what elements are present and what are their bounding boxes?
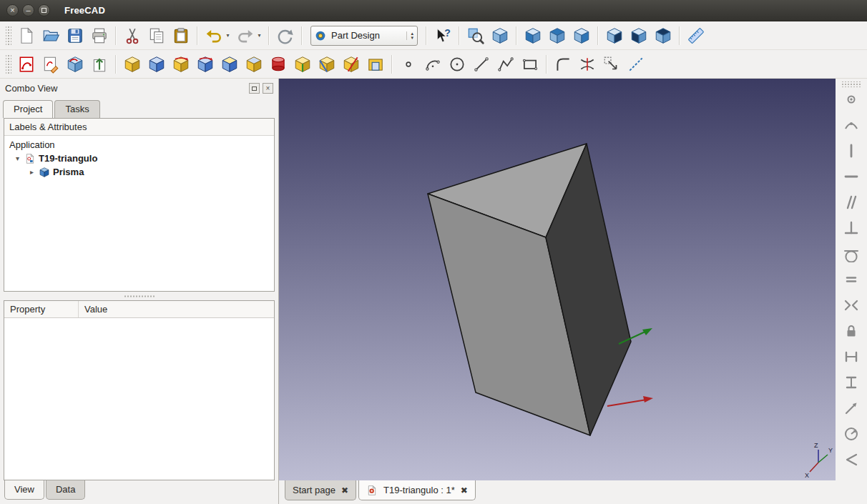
whats-this-icon[interactable]: ? bbox=[431, 24, 455, 47]
toolbar-drag-handle[interactable] bbox=[6, 55, 11, 74]
groove-icon[interactable] bbox=[193, 53, 217, 76]
axonometric-view-icon[interactable] bbox=[488, 24, 512, 47]
redo-history-dropdown[interactable]: ▾ bbox=[255, 32, 263, 39]
save-document-icon[interactable] bbox=[63, 24, 87, 47]
leave-sketch-icon[interactable] bbox=[87, 53, 112, 76]
point-on-object-constraint-icon[interactable] bbox=[839, 114, 863, 136]
edit-sketch-icon[interactable] bbox=[39, 53, 63, 76]
rectangle-icon[interactable] bbox=[518, 53, 542, 76]
horizontal-constraint-icon[interactable] bbox=[839, 166, 863, 187]
tab-start-page[interactable]: Start page ✖ bbox=[285, 480, 356, 500]
vertical-distance-constraint-icon[interactable] bbox=[839, 372, 863, 393]
tab-data[interactable]: Data bbox=[46, 480, 85, 500]
workbench-selector[interactable]: Part Design▴▾ bbox=[310, 26, 418, 46]
titlebar[interactable]: × – FreeCAD bbox=[0, 0, 867, 21]
print-icon[interactable] bbox=[87, 24, 112, 47]
angle-constraint-icon[interactable] bbox=[839, 449, 863, 470]
vertical-constraint-icon[interactable] bbox=[839, 140, 863, 162]
revolution-icon[interactable] bbox=[169, 53, 193, 76]
bottom-view-icon[interactable] bbox=[627, 24, 651, 47]
toolbar-separator bbox=[516, 26, 517, 45]
tree-item-application[interactable]: Application bbox=[4, 138, 274, 152]
copy-icon[interactable] bbox=[144, 24, 169, 47]
redo-icon[interactable] bbox=[233, 24, 258, 47]
undo-icon[interactable] bbox=[202, 24, 226, 47]
value-column-header[interactable]: Value bbox=[79, 301, 274, 317]
paste-icon[interactable] bbox=[169, 24, 193, 47]
tree-item-document[interactable]: ▾ T19-triangulo bbox=[4, 152, 274, 165]
toolbar-drag-handle[interactable] bbox=[6, 26, 11, 45]
horizontal-distance-constraint-icon[interactable] bbox=[839, 346, 863, 367]
fit-all-icon[interactable] bbox=[464, 24, 488, 47]
refresh-icon[interactable] bbox=[273, 24, 298, 47]
coincident-constraint-icon[interactable] bbox=[839, 89, 863, 110]
window-controls: × – bbox=[6, 4, 50, 16]
close-panel-icon[interactable]: × bbox=[263, 83, 273, 94]
symmetric-constraint-icon[interactable] bbox=[839, 295, 863, 316]
close-tab-icon[interactable]: ✖ bbox=[461, 485, 468, 495]
maximize-window-button[interactable] bbox=[38, 4, 50, 16]
tree-body[interactable]: Application ▾ T19-triangulo ▸ Prisma bbox=[4, 136, 274, 291]
viewport-area[interactable]: Z Y X bbox=[279, 79, 836, 480]
trim-edge-icon[interactable] bbox=[575, 53, 599, 76]
close-tab-icon[interactable]: ✖ bbox=[341, 485, 348, 495]
tangent-constraint-icon[interactable] bbox=[839, 243, 863, 265]
minimize-window-button[interactable]: – bbox=[22, 4, 34, 16]
open-document-icon[interactable] bbox=[39, 24, 63, 47]
pocket-icon[interactable] bbox=[144, 53, 169, 76]
map-sketch-icon[interactable] bbox=[63, 53, 87, 76]
toggle-construction-icon[interactable] bbox=[624, 53, 648, 76]
parallel-constraint-icon[interactable] bbox=[839, 192, 863, 213]
close-window-button[interactable]: × bbox=[6, 4, 19, 16]
perpendicular-constraint-icon[interactable] bbox=[839, 217, 863, 239]
panel-splitter[interactable] bbox=[0, 292, 278, 300]
toolbar-separator bbox=[115, 26, 117, 45]
additive-pipe-icon[interactable] bbox=[242, 53, 266, 76]
subtractive-cylinder-icon[interactable] bbox=[266, 53, 290, 76]
property-list[interactable] bbox=[4, 318, 274, 480]
expander-expanded-icon[interactable]: ▾ bbox=[14, 154, 21, 162]
left-view-icon[interactable] bbox=[651, 24, 675, 47]
float-panel-icon[interactable] bbox=[249, 83, 260, 94]
right-view-icon[interactable] bbox=[569, 24, 594, 47]
rear-view-icon[interactable] bbox=[602, 24, 627, 47]
expander-collapsed-icon[interactable]: ▸ bbox=[28, 168, 36, 176]
toolbar-separator bbox=[546, 55, 547, 74]
radius-constraint-icon[interactable] bbox=[839, 423, 863, 445]
new-document-icon[interactable] bbox=[14, 24, 39, 47]
distance-constraint-icon[interactable] bbox=[839, 397, 863, 419]
polyline-icon[interactable] bbox=[494, 53, 518, 76]
circle-icon[interactable] bbox=[445, 53, 469, 76]
measure-distance-icon[interactable] bbox=[684, 24, 708, 47]
axis-label-y: Y bbox=[828, 447, 833, 454]
front-view-icon[interactable] bbox=[521, 24, 545, 47]
undo-history-dropdown[interactable]: ▾ bbox=[224, 32, 232, 39]
toolbar-drag-handle[interactable] bbox=[842, 81, 861, 87]
additive-loft-icon[interactable] bbox=[217, 53, 242, 76]
3d-view[interactable]: Z Y X bbox=[279, 79, 836, 480]
tab-view[interactable]: View bbox=[4, 480, 44, 500]
window-title: FreeCAD bbox=[64, 5, 105, 16]
pad-icon[interactable] bbox=[120, 53, 144, 76]
cut-icon[interactable] bbox=[120, 24, 144, 47]
external-geometry-icon[interactable] bbox=[599, 53, 624, 76]
combo-view-header: Combo View × bbox=[0, 79, 278, 98]
top-view-icon[interactable] bbox=[545, 24, 569, 47]
tab-document[interactable]: T19-triangulo : 1* ✖ bbox=[358, 480, 476, 500]
sketch-fillet-icon[interactable] bbox=[551, 53, 575, 76]
tab-tasks[interactable]: Tasks bbox=[54, 100, 99, 118]
chamfer-icon[interactable] bbox=[315, 53, 339, 76]
draft-icon[interactable] bbox=[339, 53, 363, 76]
line-icon[interactable] bbox=[469, 53, 494, 76]
point-icon[interactable] bbox=[396, 53, 421, 76]
lock-constraint-icon[interactable] bbox=[839, 320, 863, 342]
tab-label: Start page bbox=[293, 485, 335, 495]
fillet-icon[interactable] bbox=[290, 53, 315, 76]
thickness-icon[interactable] bbox=[363, 53, 388, 76]
arc-icon[interactable] bbox=[421, 53, 445, 76]
create-sketch-icon[interactable] bbox=[14, 53, 39, 76]
tree-item-prisma[interactable]: ▸ Prisma bbox=[4, 165, 274, 179]
property-column-header[interactable]: Property bbox=[4, 301, 79, 317]
tab-project[interactable]: Project bbox=[3, 100, 53, 118]
equal-constraint-icon[interactable] bbox=[839, 269, 863, 290]
